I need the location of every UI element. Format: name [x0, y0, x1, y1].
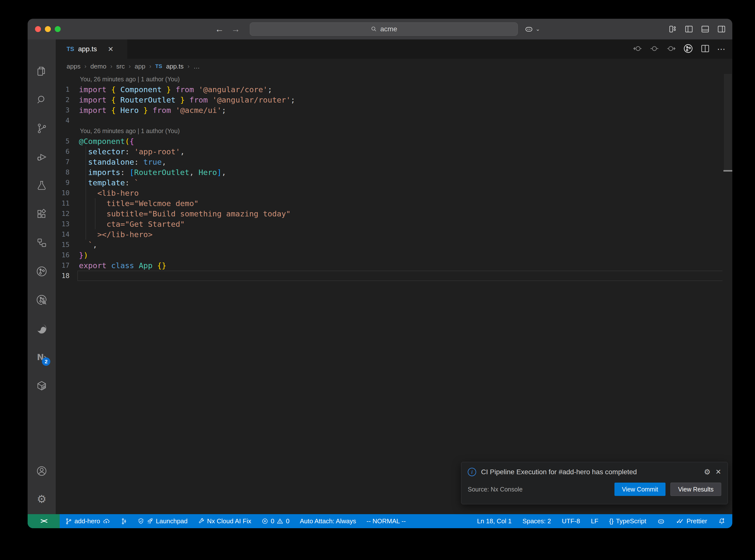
container-icon[interactable]: [36, 380, 48, 392]
maximize-window-button[interactable]: [55, 26, 61, 32]
encoding-status-item[interactable]: UTF-8: [562, 517, 580, 525]
line-number[interactable]: 15: [56, 240, 69, 250]
gitlens-icon[interactable]: [36, 265, 48, 278]
breadcrumb-item[interactable]: app: [135, 63, 145, 70]
extensions-icon[interactable]: [36, 208, 48, 220]
line-number[interactable]: 1: [56, 84, 69, 95]
breadcrumb-item[interactable]: src: [116, 63, 125, 70]
code-line-row[interactable]: 7 standalone: true,: [56, 157, 732, 167]
copilot-status-item[interactable]: [657, 517, 665, 525]
notification-close-icon[interactable]: ✕: [716, 468, 721, 476]
code-line-row[interactable]: 1import { Component } from '@angular/cor…: [56, 84, 732, 95]
run-debug-icon[interactable]: [36, 151, 48, 163]
line-number[interactable]: 9: [56, 178, 69, 188]
code-line-row[interactable]: 5@Component({: [56, 136, 732, 146]
linked-boxes-icon[interactable]: [36, 237, 48, 249]
editor-scrollbar[interactable]: [723, 74, 732, 514]
source-control-icon[interactable]: [36, 122, 48, 135]
view-results-button[interactable]: View Results: [671, 483, 721, 496]
cursor-position-status-item[interactable]: Ln 18, Col 1: [477, 517, 512, 525]
line-number[interactable]: 14: [56, 229, 69, 240]
tab-close-icon[interactable]: ✕: [108, 45, 114, 53]
git-blame-code-lens[interactable]: You, 26 minutes ago | 1 author (You): [80, 74, 180, 84]
minimize-window-button[interactable]: [45, 26, 51, 32]
notification-settings-icon[interactable]: ⚙: [704, 467, 711, 476]
toggle-secondary-sidebar-button[interactable]: [717, 25, 726, 34]
code-line-row[interactable]: 10 <lib-hero: [56, 188, 732, 198]
code-lens-row[interactable]: You, 26 minutes ago | 1 author (You): [56, 126, 732, 136]
auto-attach-status-item[interactable]: Auto Attach: Always: [300, 517, 356, 525]
copilot-menu[interactable]: ⌄: [524, 19, 540, 39]
breadcrumb-item[interactable]: apps: [66, 63, 80, 70]
close-window-button[interactable]: [35, 26, 41, 32]
line-number[interactable]: 6: [56, 146, 69, 157]
launchpad-status-item[interactable]: Launchpad: [138, 517, 187, 525]
line-number[interactable]: 4: [56, 115, 69, 126]
breadcrumb-item[interactable]: demo: [90, 63, 106, 70]
code-line-row[interactable]: 11 title="Welcmoe demo": [56, 198, 732, 208]
commit-graph-icon[interactable]: [683, 43, 693, 55]
breadcrumb-file[interactable]: app.ts: [166, 63, 184, 70]
code-line-row[interactable]: 17export class App {}: [56, 260, 732, 271]
line-number[interactable]: 5: [56, 136, 69, 146]
edge-tools-icon[interactable]: [36, 322, 48, 335]
code-line-row[interactable]: 16}): [56, 250, 732, 260]
code-line-row[interactable]: 8 imports: [RouterOutlet, Hero],: [56, 167, 732, 178]
line-number[interactable]: 16: [56, 250, 69, 260]
revisions-icon[interactable]: [650, 44, 659, 55]
code-line-row[interactable]: 3import { Hero } from '@acme/ui';: [56, 105, 732, 115]
scrollbar-slider[interactable]: [724, 74, 732, 171]
gitlens-inspect-icon[interactable]: [36, 294, 48, 306]
prettier-status-item[interactable]: ✓✓ Prettier: [676, 517, 707, 525]
code-editor[interactable]: You, 26 minutes ago | 1 author (You)1imp…: [56, 74, 732, 514]
toggle-primary-sidebar-button[interactable]: [684, 25, 693, 34]
line-number[interactable]: 13: [56, 219, 69, 229]
code-line-row[interactable]: 14 ></lib-hero>: [56, 229, 732, 240]
language-status-item[interactable]: {} TypeScript: [609, 517, 646, 525]
toggle-panel-button[interactable]: [701, 25, 710, 34]
code-line-row[interactable]: 12 subtitle="Build something amazing tod…: [56, 208, 732, 219]
line-number[interactable]: 7: [56, 157, 69, 167]
line-number[interactable]: 3: [56, 105, 69, 115]
breadcrumb-symbol[interactable]: …: [193, 63, 200, 70]
line-number[interactable]: 8: [56, 167, 69, 178]
testing-icon[interactable]: [36, 179, 48, 192]
line-number[interactable]: 2: [56, 95, 69, 105]
code-line-row[interactable]: 18: [56, 271, 732, 281]
nx-cloud-fix-status-item[interactable]: Nx Cloud AI Fix: [198, 517, 251, 525]
settings-gear-icon[interactable]: ⚙: [36, 493, 48, 505]
code-line-row[interactable]: 6 selector: 'app-root',: [56, 146, 732, 157]
search-view-icon[interactable]: [36, 94, 48, 106]
customize-layout-button[interactable]: [668, 25, 677, 34]
eol-status-item[interactable]: LF: [591, 517, 598, 525]
code-line-row[interactable]: 4: [56, 115, 732, 126]
branch-status-item[interactable]: add-hero: [65, 517, 110, 525]
line-number[interactable]: 12: [56, 208, 69, 219]
tab-app-ts[interactable]: TS app.ts ✕: [56, 39, 127, 59]
nx-console-icon[interactable]: N› 2: [36, 351, 48, 363]
problems-status-item[interactable]: 0 0: [262, 517, 290, 525]
prev-change-icon[interactable]: [633, 44, 642, 55]
line-number[interactable]: 18: [56, 271, 69, 281]
remote-indicator[interactable]: ><: [27, 514, 60, 528]
more-actions-icon[interactable]: ⋯: [717, 44, 726, 54]
code-line-row[interactable]: 2import { RouterOutlet } from '@angular/…: [56, 95, 732, 105]
git-graph-status-item[interactable]: [120, 518, 127, 525]
line-number[interactable]: 17: [56, 260, 69, 271]
indentation-status-item[interactable]: Spaces: 2: [522, 517, 551, 525]
accounts-icon[interactable]: [36, 465, 48, 477]
git-blame-code-lens[interactable]: You, 26 minutes ago | 1 author (You): [80, 126, 180, 136]
code-line-row[interactable]: 15 `,: [56, 240, 732, 250]
command-center-search[interactable]: acme: [250, 22, 518, 36]
next-change-icon[interactable]: [666, 44, 676, 55]
code-lens-row[interactable]: You, 26 minutes ago | 1 author (You): [56, 74, 732, 84]
code-line-row[interactable]: 9 template: `: [56, 178, 732, 188]
vim-mode-status-item[interactable]: -- NORMAL --: [366, 517, 405, 525]
split-editor-icon[interactable]: [700, 44, 710, 55]
code-line-row[interactable]: 13 cta="Get Started": [56, 219, 732, 229]
history-back-icon[interactable]: ←: [215, 24, 224, 34]
line-number[interactable]: 11: [56, 198, 69, 208]
history-forward-icon[interactable]: →: [231, 24, 240, 34]
line-number[interactable]: 10: [56, 188, 69, 198]
view-commit-button[interactable]: View Commit: [614, 483, 665, 496]
